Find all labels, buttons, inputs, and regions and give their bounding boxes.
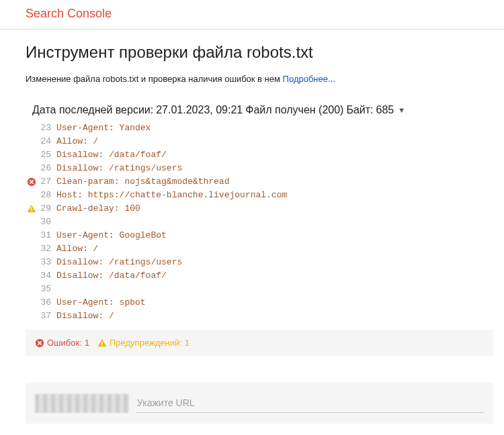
code-line[interactable]: 31User-Agent: GoogleBot: [26, 229, 493, 242]
meta-bytes-value: 685: [376, 104, 394, 116]
line-number: 23: [38, 122, 56, 135]
robots-code-editor[interactable]: 23User-Agent: Yandex24Allow: /25Disallow…: [26, 122, 493, 323]
error-icon: [35, 338, 44, 348]
code-text: Allow: /: [56, 242, 98, 256]
code-text: User-Agent: GoogleBot: [56, 229, 167, 242]
code-text: Disallow: /: [56, 309, 114, 323]
code-line[interactable]: 30: [26, 215, 493, 229]
code-text: Disallow: /data/foaf/: [56, 148, 167, 162]
url-input[interactable]: [136, 393, 484, 413]
subtext-text: Изменение файла robots.txt и проверка на…: [26, 74, 283, 84]
page-title: Инструмент проверки файла robots.txt: [26, 43, 493, 62]
code-line[interactable]: 33Disallow: /ratings/users: [26, 256, 493, 269]
svg-rect-5: [101, 344, 102, 345]
chevron-down-icon[interactable]: ▼: [398, 106, 405, 114]
meta-bytes-label: Байт:: [346, 104, 373, 116]
code-line[interactable]: 35: [26, 283, 493, 296]
meta-date-value: 27.01.2023, 09:21: [156, 104, 243, 116]
line-number: 37: [38, 309, 56, 323]
file-meta-bar[interactable]: Дата последней версии: 27.01.2023, 09:21…: [26, 104, 493, 116]
errors-label: Ошибок:: [47, 338, 82, 348]
errors-count: 1: [85, 338, 89, 348]
svg-rect-1: [31, 207, 32, 209]
code-text: User-Agent: spbot: [56, 296, 146, 309]
status-bar: Ошибок: 1 Предупреждений: 1: [26, 330, 493, 356]
line-number: 25: [38, 148, 56, 162]
code-line[interactable]: 29Crawl-delay: 100: [26, 202, 493, 215]
code-line[interactable]: 28Host: https://chatte-blanche.livejourn…: [26, 189, 493, 202]
line-number: 36: [38, 296, 56, 309]
app-header: Search Console: [0, 0, 504, 30]
warning-icon: [26, 204, 38, 213]
line-number: 27: [38, 175, 56, 189]
line-number: 26: [38, 162, 56, 175]
meta-date-label: Дата последней версии:: [32, 104, 153, 116]
code-text: Disallow: /ratings/users: [56, 256, 182, 269]
product-link[interactable]: Search Console: [26, 7, 112, 20]
code-text: Host: https://chatte-blanche.livejournal…: [56, 189, 287, 202]
code-line[interactable]: 27Clean-param: nojs&tag&mode&thread: [26, 175, 493, 189]
code-line[interactable]: 36User-Agent: spbot: [26, 296, 493, 309]
line-number: 29: [38, 202, 56, 215]
code-line[interactable]: 24Allow: /: [26, 135, 493, 148]
code-text: Allow: /: [56, 135, 98, 148]
domain-prefix: [35, 394, 129, 413]
url-test-section: [26, 383, 493, 424]
learn-more-link[interactable]: Подробнее...: [283, 74, 335, 84]
code-text: Crawl-delay: 100: [56, 202, 140, 215]
line-number: 30: [38, 215, 56, 229]
svg-rect-4: [101, 341, 102, 344]
line-number: 33: [38, 256, 56, 269]
code-text: Clean-param: nojs&tag&mode&thread: [56, 175, 229, 189]
code-line[interactable]: 23User-Agent: Yandex: [26, 122, 493, 135]
code-text: Disallow: /ratings/users: [56, 162, 182, 175]
warnings-label: Предупреждений:: [110, 338, 182, 348]
error-icon: [26, 177, 38, 187]
warnings-count: 1: [185, 338, 190, 348]
line-number: 35: [38, 283, 56, 296]
code-line[interactable]: 26Disallow: /ratings/users: [26, 162, 493, 175]
code-line[interactable]: 32Allow: /: [26, 242, 493, 256]
line-number: 32: [38, 242, 56, 256]
line-number: 31: [38, 229, 56, 242]
line-number: 28: [38, 189, 56, 202]
code-text: User-Agent: Yandex: [56, 122, 151, 135]
code-line[interactable]: 34Disallow: /data/foaf/: [26, 269, 493, 283]
code-line[interactable]: 37Disallow: /: [26, 309, 493, 323]
warning-icon: [97, 338, 107, 348]
code-line[interactable]: 25Disallow: /data/foaf/: [26, 148, 493, 162]
code-text: Disallow: /data/foaf/: [56, 269, 167, 283]
line-number: 24: [38, 135, 56, 148]
main-content: Инструмент проверки файла robots.txt Изм…: [0, 30, 504, 435]
page-subtext: Изменение файла robots.txt и проверка на…: [26, 74, 493, 84]
line-number: 34: [38, 269, 56, 283]
svg-rect-2: [31, 211, 32, 211]
meta-fetch-label: Файл получен (200): [245, 104, 343, 116]
